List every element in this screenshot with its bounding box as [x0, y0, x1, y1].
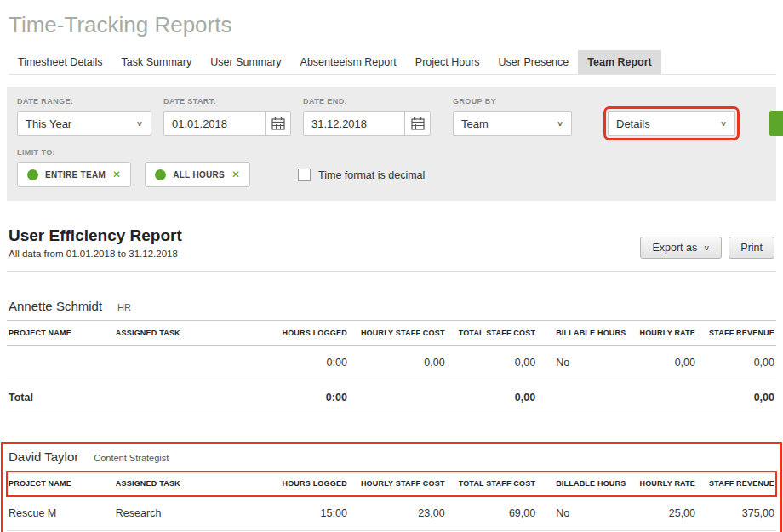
update-button[interactable]: Update — [769, 111, 783, 136]
report-table: PROJECT NAMEASSIGNED TASKHOURS LOGGEDHOU… — [7, 471, 776, 532]
user-group: Annette Schmidt HR PROJECT NAMEASSIGNED … — [7, 297, 776, 415]
group-by-field: GROUP BY Team ∨ — [453, 97, 572, 136]
table-header-row: PROJECT NAMEASSIGNED TASKHOURS LOGGEDHOU… — [7, 472, 776, 496]
column-header: STAFF REVENUE — [702, 321, 776, 346]
group-title: Annette Schmidt HR — [7, 297, 776, 320]
limit-chip-label: ENTIRE TEAM — [45, 170, 106, 180]
report-header: User Efficiency Report All data from 01.… — [7, 226, 776, 272]
date-range-select[interactable]: This Year ∨ — [17, 111, 151, 136]
chevron-down-icon: ∨ — [720, 119, 727, 128]
report-actions: Export as ∨ Print — [640, 237, 774, 259]
remove-icon[interactable]: ✕ — [231, 169, 240, 180]
report-subtitle: All data from 01.01.2018 to 31.12.2018 — [9, 249, 182, 259]
date-range-field: DATE RANGE: This Year ∨ — [17, 97, 151, 136]
print-button[interactable]: Print — [729, 237, 774, 259]
date-start-value: 01.01.2018 — [164, 117, 265, 130]
column-header: HOURLY RATE — [632, 321, 702, 346]
date-range-value: This Year — [26, 117, 71, 130]
report-groups: Annette Schmidt HR PROJECT NAMEASSIGNED … — [7, 297, 776, 532]
limit-chips: ENTIRE TEAM ✕ ALL HOURS ✕ — [17, 162, 250, 187]
column-header: HOURLY STAFF COST — [354, 472, 452, 496]
column-header: STAFF REVENUE — [702, 472, 776, 496]
user-group: David Taylor Content Strategist PROJECT … — [7, 448, 776, 532]
group-by-label: GROUP BY — [453, 97, 572, 106]
table-body: Rescue MResearch15:0023,0069,00No25,0037… — [7, 496, 776, 532]
date-start-field: DATE START: 01.01.2018 — [163, 97, 291, 136]
report-tab[interactable]: User Presence — [489, 50, 579, 74]
table-row: 0:000,000,00No0,000,00 — [7, 346, 776, 380]
group-name: David Taylor — [9, 449, 78, 464]
report-tab[interactable]: User Summary — [201, 50, 290, 74]
column-header: HOURS LOGGED — [237, 321, 353, 346]
filter-row-1: DATE RANGE: This Year ∨ DATE START: 01.0… — [17, 97, 766, 136]
column-header: HOURLY STAFF COST — [354, 321, 452, 346]
limit-chip-label: ALL HOURS — [173, 170, 225, 180]
toggle-dot-icon — [27, 169, 38, 180]
group-by-value: Team — [461, 117, 489, 130]
limit-chip[interactable]: ENTIRE TEAM ✕ — [17, 162, 131, 187]
chevron-down-icon: ∨ — [703, 243, 710, 252]
column-header: ASSIGNED TASK — [109, 472, 238, 496]
report-tab[interactable]: Timesheet Details — [9, 50, 112, 74]
column-header: BILLABLE HOURS — [542, 472, 632, 496]
decimal-format-checkbox[interactable]: Time format is decimal — [298, 169, 425, 181]
decimal-format-label: Time format is decimal — [318, 169, 425, 181]
total-row: Total0:000,000,00 — [7, 380, 776, 415]
chevron-down-icon: ∨ — [136, 119, 143, 128]
limit-to-label: LIMIT TO: — [17, 148, 250, 157]
report-title: User Efficiency Report — [9, 226, 182, 245]
column-header: PROJECT NAME — [7, 472, 109, 496]
column-header: BILLABLE HOURS — [542, 321, 632, 346]
group-title: David Taylor Content Strategist — [7, 448, 776, 471]
table-body: 0:000,000,00No0,000,00Total0:000,000,00 — [7, 346, 776, 415]
date-end-field: DATE END: 31.12.2018 — [303, 97, 431, 136]
report-table: PROJECT NAMEASSIGNED TASKHOURS LOGGEDHOU… — [7, 320, 776, 415]
remove-icon[interactable]: ✕ — [112, 169, 121, 180]
group-by-select[interactable]: Team ∨ — [453, 111, 572, 136]
column-header: ASSIGNED TASK — [109, 321, 238, 346]
calendar-icon[interactable] — [265, 112, 290, 135]
column-header: TOTAL STAFF COST — [452, 472, 543, 496]
filter-row-2: LIMIT TO: ENTIRE TEAM ✕ ALL HOURS ✕ Time… — [17, 148, 766, 187]
report-tabs: Timesheet Details Task Summary User Summ… — [9, 50, 776, 75]
report-tab[interactable]: Task Summary — [112, 50, 202, 74]
limit-to-field: LIMIT TO: ENTIRE TEAM ✕ ALL HOURS ✕ — [17, 148, 250, 187]
group-role: HR — [117, 302, 131, 312]
table-header-row: PROJECT NAMEASSIGNED TASKHOURS LOGGEDHOU… — [7, 321, 776, 346]
details-select[interactable]: Details ∨ — [608, 111, 735, 136]
date-start-input[interactable]: 01.01.2018 — [163, 111, 291, 136]
date-start-label: DATE START: — [163, 97, 291, 106]
export-as-label: Export as — [652, 242, 697, 254]
date-end-input[interactable]: 31.12.2018 — [303, 111, 431, 136]
date-range-label: DATE RANGE: — [17, 97, 151, 106]
export-as-button[interactable]: Export as ∨ — [640, 237, 722, 259]
filter-panel: DATE RANGE: This Year ∨ DATE START: 01.0… — [7, 87, 776, 201]
details-value: Details — [616, 117, 650, 130]
date-end-value: 31.12.2018 — [304, 117, 404, 130]
details-field: Details ∨ — [608, 111, 735, 136]
table-row: Rescue MResearch15:0023,0069,00No25,0037… — [7, 496, 776, 531]
date-end-label: DATE END: — [303, 97, 431, 106]
report-tab[interactable]: Absenteeism Report — [291, 50, 406, 74]
column-header: TOTAL STAFF COST — [452, 321, 543, 346]
group-role: Content Strategist — [94, 453, 169, 463]
calendar-icon[interactable] — [404, 112, 430, 135]
checkbox-icon[interactable] — [298, 169, 311, 181]
group-name: Annette Schmidt — [9, 299, 102, 313]
toggle-dot-icon — [155, 169, 166, 180]
report-tab[interactable]: Team Report — [578, 50, 660, 74]
report-tab[interactable]: Project Hours — [406, 50, 489, 74]
report-header-text: User Efficiency Report All data from 01.… — [9, 226, 182, 259]
limit-chip[interactable]: ALL HOURS ✕ — [145, 162, 250, 187]
page-title: Time-Tracking Reports — [9, 12, 776, 38]
column-header: HOURLY RATE — [632, 472, 702, 496]
column-header: PROJECT NAME — [7, 321, 109, 346]
chevron-down-icon: ∨ — [557, 119, 563, 128]
column-header: HOURS LOGGED — [237, 472, 353, 496]
